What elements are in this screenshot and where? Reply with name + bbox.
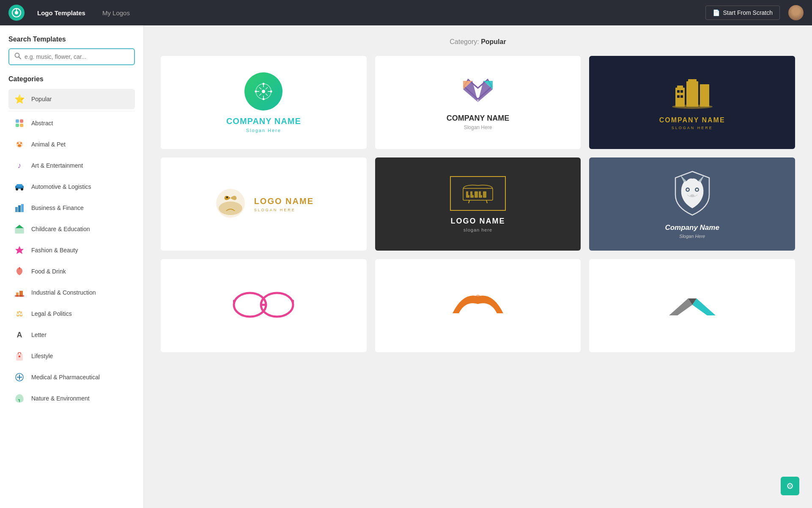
- scratch-btn-label: Start From Scratch: [723, 9, 773, 16]
- svg-rect-72: [475, 191, 478, 198]
- medical-icon: [14, 371, 25, 383]
- logo-card-2[interactable]: COMPANY NAME Slogan Here: [375, 56, 581, 149]
- svg-rect-18: [18, 205, 21, 212]
- logo-card-3[interactable]: COMPANY NAME SLOGAN HERE: [589, 56, 795, 149]
- search-box: [8, 48, 135, 65]
- lifestyle-icon: [14, 350, 25, 362]
- svg-rect-14: [16, 184, 22, 187]
- svg-point-91: [475, 295, 480, 300]
- nav-logo-templates[interactable]: Logo Templates: [33, 7, 90, 19]
- logo-card-7[interactable]: [161, 259, 367, 352]
- svg-rect-57: [677, 86, 683, 90]
- animal-pet-label: Animal & Pet: [31, 141, 66, 148]
- svg-point-83: [686, 189, 689, 191]
- svg-marker-22: [15, 246, 24, 254]
- svg-rect-17: [15, 207, 18, 212]
- sidebar-item-medical[interactable]: Medical & Pharmaceutical: [8, 367, 135, 387]
- logo-card-5[interactable]: LOGO NAME slogan here: [375, 157, 581, 251]
- food-drink-icon: [14, 265, 25, 277]
- search-icon: [14, 52, 21, 61]
- sidebar-item-animal-pet[interactable]: Animal & Pet: [8, 134, 135, 155]
- sidebar-item-nature[interactable]: Nature & Environment: [8, 388, 135, 409]
- sidebar-item-lifestyle[interactable]: Lifestyle: [8, 346, 135, 366]
- svg-rect-58: [686, 81, 698, 107]
- svg-rect-76: [472, 191, 475, 195]
- svg-rect-26: [15, 295, 24, 297]
- logo2-slogan: Slogan Here: [464, 124, 492, 130]
- settings-icon: ⚙: [786, 481, 794, 491]
- sidebar-item-letter[interactable]: A Letter: [8, 325, 135, 345]
- search-section-title: Search Templates: [8, 36, 135, 43]
- popular-icon: ⭐: [14, 93, 25, 105]
- logo4-graphic: [214, 186, 247, 222]
- logo2-graphic: [459, 75, 497, 108]
- sidebar: Search Templates Categories ⭐ Popular Ab…: [0, 25, 144, 508]
- logo8-graphic: [446, 288, 510, 323]
- sidebar-item-popular[interactable]: ⭐ Popular: [8, 89, 135, 109]
- svg-rect-6: [20, 119, 23, 123]
- popular-label: Popular: [31, 96, 52, 102]
- logo3-company-name: COMPANY NAME: [659, 116, 725, 124]
- sidebar-item-legal[interactable]: ⚖ Legal & Politics: [8, 304, 135, 324]
- svg-point-40: [263, 83, 265, 85]
- sidebar-item-food[interactable]: Food & Drink: [8, 261, 135, 282]
- sidebar-item-industrial[interactable]: Industrial & Construction: [8, 282, 135, 303]
- letter-icon: A: [14, 329, 25, 341]
- svg-rect-28: [19, 356, 20, 357]
- user-avatar[interactable]: [788, 5, 804, 20]
- logo9-graphic: [665, 290, 720, 321]
- logo5-company-name: LOGO NAME: [450, 217, 505, 226]
- logo7-graphic: [230, 288, 297, 323]
- logo1-slogan: Slogan Here: [246, 128, 281, 133]
- svg-rect-64: [680, 95, 683, 98]
- svg-rect-7: [16, 124, 19, 127]
- logo-card-1[interactable]: COMPANY NAME Slogan Here: [161, 56, 367, 149]
- legal-label: Legal & Politics: [31, 310, 72, 317]
- logo-card-6[interactable]: Company Name Slogan Here: [589, 157, 795, 251]
- childcare-education-icon: [14, 223, 25, 235]
- navbar: Logo Templates My Logos 📄 Start From Scr…: [0, 0, 812, 25]
- sidebar-item-automotive[interactable]: Automotive & Logistics: [8, 177, 135, 197]
- svg-rect-20: [15, 228, 24, 233]
- start-from-scratch-button[interactable]: 📄 Start From Scratch: [705, 6, 780, 20]
- category-heading: Category: Popular: [161, 38, 795, 46]
- settings-button[interactable]: ⚙: [781, 477, 799, 495]
- logo1-graphic: [244, 72, 283, 110]
- svg-line-78: [469, 200, 469, 203]
- svg-point-68: [226, 196, 228, 198]
- logo4-slogan: SLOGAN HERE: [254, 208, 314, 212]
- logo-card-8[interactable]: [375, 259, 581, 352]
- categories-title: Categories: [8, 75, 135, 83]
- abstract-label: Abstract: [31, 120, 53, 127]
- logo-card-9[interactable]: [589, 259, 795, 352]
- logo6-graphic: [671, 169, 713, 218]
- sidebar-item-business[interactable]: Business & Finance: [8, 198, 135, 218]
- logo-grid: COMPANY NAME Slogan Here: [161, 56, 795, 352]
- svg-rect-59: [688, 79, 697, 83]
- svg-marker-21: [15, 225, 24, 228]
- medical-label: Medical & Pharmaceutical: [31, 374, 100, 381]
- svg-line-47: [266, 94, 268, 96]
- svg-point-12: [18, 144, 21, 147]
- app-logo[interactable]: [8, 5, 25, 21]
- svg-line-44: [259, 87, 261, 89]
- logo3-graphic: [671, 75, 713, 110]
- svg-point-43: [270, 90, 272, 92]
- animal-pet-icon: [14, 138, 25, 150]
- search-input[interactable]: [25, 53, 129, 60]
- svg-rect-61: [677, 90, 680, 93]
- category-label-text: Category:: [450, 38, 479, 45]
- nature-label: Nature & Environment: [31, 395, 90, 402]
- svg-line-45: [266, 87, 268, 89]
- sidebar-item-abstract[interactable]: Abstract: [8, 113, 135, 133]
- sidebar-item-art[interactable]: ♪ Art & Entertainment: [8, 155, 135, 176]
- category-name-text: Popular: [481, 38, 506, 45]
- abstract-icon: [14, 117, 25, 129]
- sidebar-item-childcare[interactable]: Childcare & Education: [8, 219, 135, 239]
- nav-my-logos[interactable]: My Logos: [98, 7, 134, 19]
- logo-card-4[interactable]: LOGO NAME SLOGAN HERE: [161, 157, 367, 251]
- sidebar-item-fashion[interactable]: Fashion & Beauty: [8, 240, 135, 260]
- svg-point-1: [15, 11, 18, 14]
- legal-politics-icon: ⚖: [14, 308, 25, 320]
- art-entertainment-icon: ♪: [14, 160, 25, 171]
